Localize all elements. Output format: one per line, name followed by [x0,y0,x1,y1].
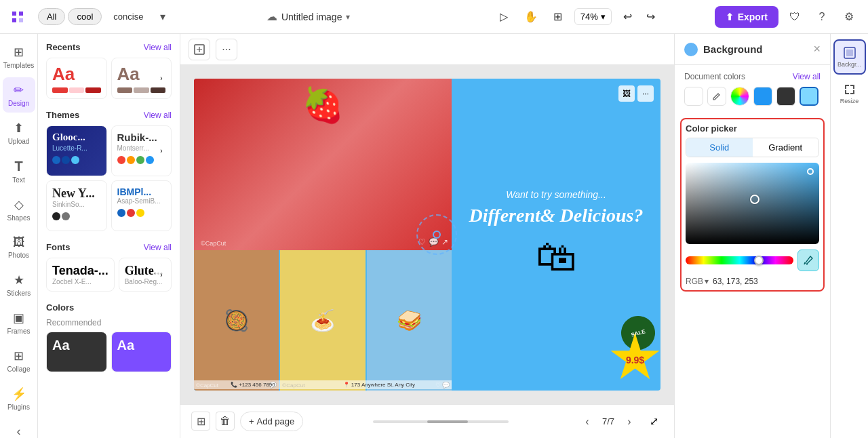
themes-view-all[interactable]: View all [144,111,172,120]
sidebar-item-collapse[interactable]: ‹ [3,419,35,438]
canvas-text-1: Want to try something... [506,189,606,200]
sidebar-item-upload[interactable]: ⬆ Upload [3,115,35,151]
eyedropper-button[interactable] [797,250,819,271]
recents-view-all[interactable]: View all [144,43,172,52]
sidebar-item-templates[interactable]: ⊞ Templates [3,39,35,75]
recommended-label: Recommended [46,318,172,327]
hue-slider[interactable] [686,256,793,264]
color-gradient-box[interactable] [686,163,819,244]
color-rec-1[interactable]: Aa [46,332,107,372]
sidebar-item-shapes[interactable]: ◇ Shapes [3,192,35,227]
panel-title: Background [703,43,763,55]
recents-section: Recents View all Aa Aa [46,42,172,99]
tag-concise[interactable]: concise [104,8,152,25]
color-rec-2[interactable]: Aa [111,332,172,372]
sidebar-label-templates: Templates [3,62,35,69]
recent-card-2[interactable]: Aa › [111,58,172,99]
collage-food-3: 🥪 [367,250,452,391]
topbar: All cool concise ▾ ☁ Untitled image ▾ ▷ … [0,0,868,34]
export-button[interactable]: ⬆ Export [715,6,778,28]
canvas-top-icons: 🖼 ··· [618,85,654,102]
zoom-value: 74% [580,12,598,22]
delete-icon[interactable]: 🗑 [216,412,235,431]
swatch-cyan-active[interactable] [800,87,818,106]
comment-icon[interactable]: 💬 [429,237,439,247]
solid-tab[interactable]: Solid [686,138,753,157]
theme-card-1[interactable]: Glooc... Lucette-R... [46,125,107,176]
bottom-scrollbar [303,420,578,423]
shapes-icon: ◇ [14,197,24,212]
canvas-image-icon[interactable]: 🖼 [618,85,635,102]
doc-colors-view-all[interactable]: View all [793,72,821,81]
undo-button[interactable]: ↩ [617,6,639,28]
layout-tool[interactable]: ⊞ [547,6,569,28]
close-panel-button[interactable]: × [813,42,821,56]
gradient-tab[interactable]: Gradient [753,138,819,157]
right-icon-resize-label: Resize [840,98,859,104]
add-page-button[interactable]: + Add page [240,412,303,431]
sidebar-item-stickers[interactable]: ★ Stickers [3,267,35,302]
settings-icon[interactable]: ⚙ [838,6,860,28]
fonts-view-all[interactable]: View all [144,243,172,252]
color-swatch-p [69,87,85,93]
hue-thumb[interactable] [754,256,764,265]
canvas-resize-tool[interactable] [189,39,210,60]
photos-icon: 🖼 [13,235,25,250]
fullscreen-button[interactable]: ⤢ [644,412,663,431]
swatch-edit[interactable] [707,87,726,106]
share-icon[interactable]: ↗ [441,237,448,247]
shield-icon[interactable]: 🛡 [784,6,806,28]
tc2-c4 [146,156,154,164]
document-title[interactable]: Untitled image [281,12,342,22]
next-page-button[interactable]: › [620,412,639,431]
tc2-arrow-icon[interactable]: › [155,144,168,158]
redo-button[interactable]: ↪ [640,6,662,28]
theme-card-4[interactable]: IBMPl... Asap-SemiB... [111,180,172,231]
swatch-white[interactable] [684,87,703,106]
scroll-track [373,420,509,423]
contact-bar: 📞 +123 456 7890 📍 173 Anywhere St, Any C… [194,380,452,389]
title-chevron-icon[interactable]: ▾ [346,12,350,22]
recent-card-1[interactable]: Aa [46,58,107,99]
select-tool[interactable]: ▷ [493,6,515,28]
right-icon-resize[interactable]: Resize [833,77,866,110]
grid-view-icon[interactable]: ⊞ [191,412,210,431]
card-arrow-icon[interactable]: › [155,72,168,85]
title-area: ☁ Untitled image ▾ [176,10,440,23]
app-logo[interactable] [8,7,27,26]
canvas-more-tool[interactable]: ··· [216,39,237,60]
color-picker-section: Color picker Solid Gradient [680,118,825,292]
scroll-thumb[interactable] [427,420,468,423]
font-card-2[interactable]: Glute... Baloo-Reg... › [119,258,172,292]
collage-food-1: 🥘 [194,250,279,391]
swatch-multi[interactable] [730,87,749,106]
hand-tool[interactable]: ✋ [520,6,542,28]
sidebar-item-photos[interactable]: 🖼 Photos [3,230,35,264]
sidebar-item-text[interactable]: T Text [3,153,35,189]
sidebar-item-plugins[interactable]: ⚡ Plugins [3,381,35,416]
rgb-label[interactable]: RGB ▾ [686,277,709,286]
canvas-frame[interactable]: 🍓 ©CapCut ♡ 💬 ↗ [194,79,660,391]
tag-chevron-icon[interactable]: ▾ [155,9,171,25]
food-emoji: 🍓 [302,85,344,125]
colors-title: Colors [46,302,74,313]
sidebar-item-frames[interactable]: ▣ Frames [3,305,35,340]
right-icon-background[interactable]: Backgr... [833,39,866,75]
tag-cool[interactable]: cool [68,8,102,25]
main-food-image: 🍓 ©CapCut ♡ 💬 ↗ [194,79,452,250]
swatch-blue[interactable] [753,87,772,106]
heart-icon[interactable]: ♡ [418,237,426,247]
font2-arrow-icon[interactable]: › [155,268,168,281]
swatch-dark[interactable] [776,87,795,106]
help-icon[interactable]: ? [811,6,833,28]
svg-rect-2 [846,49,853,56]
theme-card-2[interactable]: Rubik-... Montserr... › [111,125,172,176]
canvas-more-icon[interactable]: ··· [637,85,654,102]
zoom-control[interactable]: 74% ▾ [574,8,612,25]
sidebar-item-collage[interactable]: ⊞ Collage [3,343,35,378]
theme-card-3[interactable]: New Y... SinkinSo... [46,180,107,231]
prev-page-button[interactable]: ‹ [578,412,597,431]
font-card-1[interactable]: Tenada-... Zocbel X-E... [46,258,115,292]
sidebar-item-design[interactable]: ✏ Design [3,77,35,113]
tag-all[interactable]: All [38,8,65,25]
